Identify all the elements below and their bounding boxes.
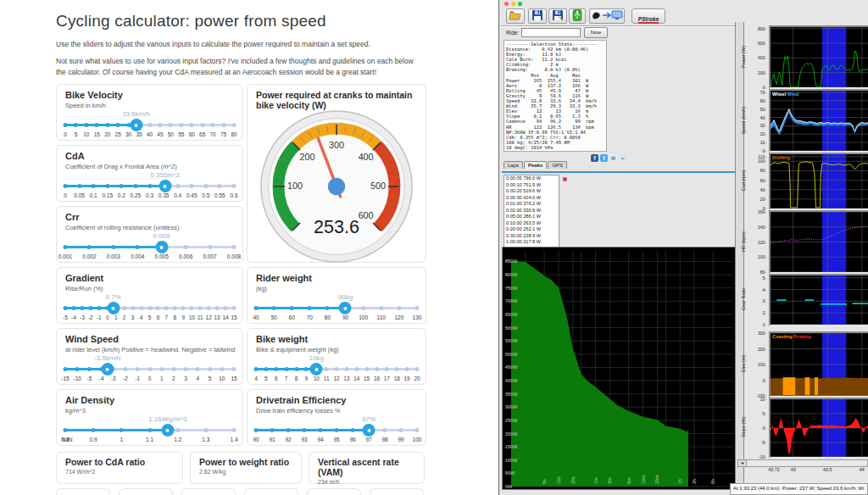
window-zoom-button[interactable]	[518, 2, 522, 6]
intro-paragraph-1: Use the sliders to adjust the various in…	[56, 39, 426, 50]
peak-power-row[interactable]: 0:10:00 263.5 W	[504, 220, 559, 227]
chart-cadence[interactable]	[769, 153, 868, 210]
slider-tick-label: 0.8NaN	[61, 437, 69, 442]
slider-tick-label: 18	[394, 375, 400, 381]
window-minimize-button[interactable]	[511, 2, 515, 6]
slider-drivetrain[interactable]: 97%90919293949596979899100	[256, 415, 417, 446]
slider-track[interactable]	[65, 124, 234, 126]
slider-tick-label: 96	[349, 437, 355, 442]
slider-wind[interactable]: -3.5km/h-15-10-5-4-3-2-10123451015	[65, 354, 234, 385]
chart-gear[interactable]	[769, 274, 868, 326]
slider-tick-label: 1.2	[174, 437, 181, 442]
slider-handle[interactable]	[101, 363, 114, 375]
download-to-computer-button[interactable]	[589, 8, 625, 24]
open-ride-button[interactable]	[506, 8, 525, 24]
slider-tick-label: 98	[381, 437, 387, 442]
slider-track[interactable]	[65, 185, 234, 187]
slider-value-label: 0.355m^2	[150, 171, 180, 179]
gauge-scale-label: 500	[370, 181, 386, 192]
tab-gps[interactable]: GPS	[548, 161, 567, 169]
slider-crr[interactable]: 0.0050.0010.0020.0030.0040.0050.0060.007…	[65, 232, 234, 263]
pstroke-logo: PStroke	[638, 16, 659, 24]
ytick-label-speed: 50-	[747, 107, 766, 112]
results-row: Power to CdA ratio 714 W/m^2 Power to we…	[56, 452, 426, 484]
send-icon[interactable]: ➢	[619, 154, 626, 162]
peak-power-row[interactable]: 0:30:00 228.9 W	[504, 233, 559, 240]
pd-ytick-label: 800W	[505, 272, 518, 277]
slider-track[interactable]	[256, 429, 417, 431]
tab-peaks[interactable]: Peaks	[524, 161, 547, 169]
slider-dot	[224, 306, 228, 310]
slider-rider_weight[interactable]: 90kg405060708090100110120130	[256, 293, 417, 324]
peak-power-row[interactable]: 1:00:00 217.8 W	[504, 239, 559, 246]
slider-cda[interactable]: 0.355m^200.050.10.150.20.250.30.350.40.4…	[65, 171, 234, 202]
slider-tick-labels: 0.8NaN0.911.11.21.31.4	[65, 437, 234, 444]
peak-power-row[interactable]: 0:20:00 252.1 W	[504, 226, 559, 233]
peak-power-row[interactable]: 0:00:30 424.0 W	[504, 195, 559, 202]
slider-handle[interactable]	[310, 363, 323, 375]
slider-air[interactable]: 1.164kg/m^30.8NaN0.911.11.21.31.4	[65, 415, 234, 446]
slider-handle[interactable]	[161, 424, 174, 437]
result-title: Power to CdA ratio	[65, 457, 174, 467]
slider-bike_weight[interactable]: 10kg4567891011121314151617181920	[256, 354, 417, 385]
chart-slope[interactable]	[769, 398, 868, 459]
peak-power-row[interactable]: 0:05:00 286.1 W	[504, 214, 559, 220]
slider-tick-label: 5	[264, 375, 268, 381]
peak-power-row[interactable]: 0:00:10 751.9 W	[504, 182, 559, 189]
chart-scrollbar[interactable]: ◄	[737, 459, 868, 467]
slider-tick-label: 50	[270, 314, 276, 320]
email-icon[interactable]: ✉	[609, 154, 617, 162]
slider-dot	[385, 367, 389, 371]
note-button[interactable]: Note	[584, 27, 608, 38]
toolbar-divider	[501, 25, 735, 27]
slider-handle[interactable]	[155, 241, 168, 253]
chart-speed[interactable]	[769, 89, 868, 153]
scroll-left-arrow-icon[interactable]: ◄	[738, 460, 747, 466]
ytick-label-slope: 5-	[747, 411, 766, 416]
slider-dot	[171, 367, 175, 371]
series-slope	[771, 418, 868, 455]
save-button[interactable]	[528, 8, 547, 24]
tab-laps[interactable]: Laps	[504, 161, 523, 169]
peak-power-row[interactable]: 0:00:05 796.0 W	[504, 175, 559, 182]
close-icon[interactable]: ✖	[561, 175, 569, 183]
slider-tick-labels: 405060708090100110120130	[256, 314, 417, 322]
slider-track[interactable]	[256, 307, 417, 309]
slider-tick-label: 1	[160, 375, 164, 381]
ride-input[interactable]	[521, 28, 581, 37]
slider-velocity[interactable]: 33.6km/h05101520253035404550556065707580	[65, 110, 234, 141]
slider-gradient[interactable]: 0.7%-5-4-3-2-10123456789101112131415	[65, 293, 234, 324]
pstroke-button[interactable]: PStroke	[632, 8, 665, 24]
slider-track[interactable]	[65, 246, 234, 248]
peak-power-list[interactable]: 0:00:05 796.0 W0:00:10 751.9 W0:00:20 51…	[504, 175, 559, 248]
slider-track[interactable]	[65, 429, 234, 431]
slider-title: Bike weight	[256, 334, 417, 344]
slider-value-label: 90kg	[338, 293, 353, 301]
slider-handle[interactable]	[107, 302, 120, 314]
slider-track[interactable]	[65, 307, 234, 309]
slider-track[interactable]	[65, 368, 234, 370]
right-column: Power required at cranks to maintain bik…	[247, 84, 426, 450]
ytick-label-hr: 100-	[747, 254, 766, 259]
peak-power-row[interactable]: 0:02:00 330.9 W	[504, 208, 559, 214]
slider-handle[interactable]	[130, 119, 142, 131]
facebook-icon[interactable]: f	[591, 154, 598, 162]
slider-handle[interactable]	[159, 180, 171, 192]
power-duration-chart[interactable]: 850W800W750W700W650W600W550W500W450W400W…	[502, 247, 736, 490]
chart-power[interactable]	[769, 25, 868, 89]
peak-power-row[interactable]: 0:01:00 376.2 W	[504, 201, 559, 208]
chart-hr[interactable]	[769, 210, 868, 274]
window-close-button[interactable]	[504, 2, 509, 6]
slider-tick-label: 45	[157, 131, 163, 137]
slider-dot	[221, 123, 225, 127]
slider-handle[interactable]	[363, 424, 376, 437]
slider-track[interactable]	[256, 368, 417, 370]
slider-tick-label: 120	[394, 314, 403, 320]
save-as-button[interactable]	[548, 8, 567, 24]
chart-elev[interactable]	[769, 331, 868, 398]
device-connect-button[interactable]	[569, 8, 586, 24]
slider-title: Gradient	[65, 273, 234, 283]
twitter-icon[interactable]: t	[600, 154, 608, 162]
peak-power-row[interactable]: 0:00:20 519.6 W	[504, 188, 559, 195]
slider-handle[interactable]	[339, 302, 352, 314]
